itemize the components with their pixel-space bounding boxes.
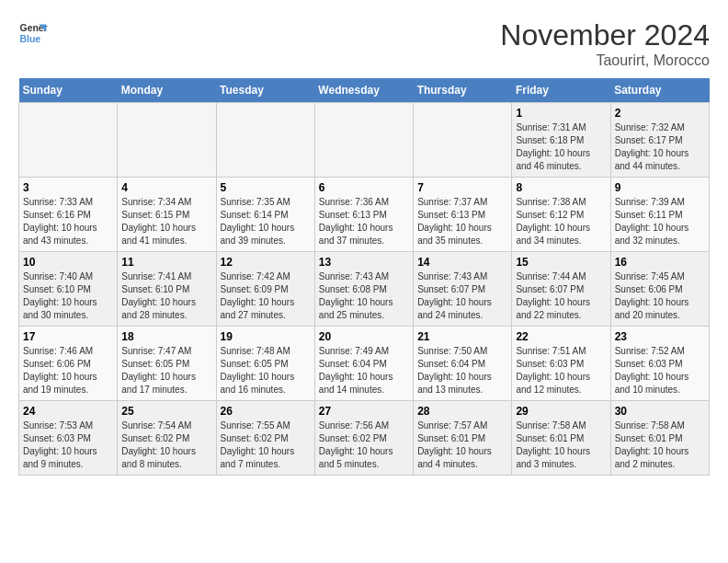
day-info: Sunrise: 7:35 AMSunset: 6:14 PMDaylight:… [221,196,311,247]
day-number: 6 [319,181,409,194]
day-number: 21 [417,330,507,343]
day-info: Sunrise: 7:34 AMSunset: 6:15 PMDaylight:… [121,196,211,247]
calendar-cell: 26Sunrise: 7:55 AMSunset: 6:02 PMDayligh… [216,401,314,476]
day-info: Sunrise: 7:52 AMSunset: 6:03 PMDaylight:… [615,345,705,396]
day-number: 25 [121,405,211,418]
calendar-cell: 6Sunrise: 7:36 AMSunset: 6:13 PMDaylight… [314,178,413,252]
calendar-cell: 2Sunrise: 7:32 AMSunset: 6:17 PMDaylight… [610,103,709,178]
weekday-header: Saturday [610,78,709,103]
calendar-cell: 29Sunrise: 7:58 AMSunset: 6:01 PMDayligh… [512,401,610,476]
calendar-cell [19,103,118,178]
weekday-header: Sunday [19,78,118,103]
day-number: 8 [516,181,606,194]
day-info: Sunrise: 7:58 AMSunset: 6:01 PMDaylight:… [615,419,705,471]
calendar-cell: 30Sunrise: 7:58 AMSunset: 6:01 PMDayligh… [610,401,709,476]
calendar-cell: 10Sunrise: 7:40 AMSunset: 6:10 PMDayligh… [19,252,118,327]
month-title: November 2024 [500,18,710,52]
calendar-cell: 4Sunrise: 7:34 AMSunset: 6:15 PMDaylight… [118,178,216,252]
day-number: 23 [615,330,705,343]
day-number: 16 [615,256,705,269]
calendar-cell: 21Sunrise: 7:50 AMSunset: 6:04 PMDayligh… [414,327,512,401]
day-number: 11 [121,256,211,269]
calendar-cell [216,103,314,178]
day-info: Sunrise: 7:47 AMSunset: 6:05 PMDaylight:… [121,345,211,396]
calendar-cell: 9Sunrise: 7:39 AMSunset: 6:11 PMDaylight… [610,178,709,252]
day-number: 28 [417,405,507,418]
day-info: Sunrise: 7:57 AMSunset: 6:01 PMDaylight:… [417,419,507,471]
calendar-week-row: 3Sunrise: 7:33 AMSunset: 6:16 PMDaylight… [19,178,710,252]
calendar-cell: 8Sunrise: 7:38 AMSunset: 6:12 PMDaylight… [512,178,610,252]
calendar-cell: 16Sunrise: 7:45 AMSunset: 6:06 PMDayligh… [610,252,709,327]
logo: General Blue [18,18,51,48]
day-number: 7 [417,181,507,194]
day-number: 1 [516,107,606,120]
day-number: 26 [221,405,311,418]
location: Taourirt, Morocco [500,52,710,69]
calendar-cell: 15Sunrise: 7:44 AMSunset: 6:07 PMDayligh… [512,252,610,327]
day-number: 18 [121,330,211,343]
calendar-cell: 20Sunrise: 7:49 AMSunset: 6:04 PMDayligh… [314,327,413,401]
day-info: Sunrise: 7:42 AMSunset: 6:09 PMDaylight:… [221,270,311,322]
calendar-week-row: 10Sunrise: 7:40 AMSunset: 6:10 PMDayligh… [19,252,710,327]
day-number: 24 [23,405,113,418]
day-info: Sunrise: 7:37 AMSunset: 6:13 PMDaylight:… [417,196,507,247]
day-info: Sunrise: 7:54 AMSunset: 6:02 PMDaylight:… [121,419,211,471]
day-info: Sunrise: 7:39 AMSunset: 6:11 PMDaylight:… [615,196,705,247]
day-info: Sunrise: 7:40 AMSunset: 6:10 PMDaylight:… [23,270,113,322]
calendar-cell: 11Sunrise: 7:41 AMSunset: 6:10 PMDayligh… [118,252,216,327]
calendar-cell: 22Sunrise: 7:51 AMSunset: 6:03 PMDayligh… [512,327,610,401]
weekday-header: Wednesday [314,78,413,103]
calendar-cell: 24Sunrise: 7:53 AMSunset: 6:03 PMDayligh… [19,401,118,476]
calendar-cell: 5Sunrise: 7:35 AMSunset: 6:14 PMDaylight… [216,178,314,252]
day-info: Sunrise: 7:50 AMSunset: 6:04 PMDaylight:… [417,345,507,396]
calendar-week-row: 1Sunrise: 7:31 AMSunset: 6:18 PMDaylight… [19,103,710,178]
day-number: 20 [319,330,409,343]
calendar-cell: 25Sunrise: 7:54 AMSunset: 6:02 PMDayligh… [118,401,216,476]
day-number: 13 [319,256,409,269]
day-number: 29 [516,405,606,418]
svg-text:Blue: Blue [20,34,41,44]
calendar-cell: 3Sunrise: 7:33 AMSunset: 6:16 PMDaylight… [19,178,118,252]
day-info: Sunrise: 7:43 AMSunset: 6:08 PMDaylight:… [319,270,409,322]
day-number: 17 [23,330,113,343]
day-info: Sunrise: 7:45 AMSunset: 6:06 PMDaylight:… [615,270,705,322]
day-number: 30 [615,405,705,418]
day-number: 4 [121,181,211,194]
day-info: Sunrise: 7:32 AMSunset: 6:17 PMDaylight:… [615,121,705,173]
weekday-header: Monday [118,78,216,103]
weekday-header-row: SundayMondayTuesdayWednesdayThursdayFrid… [19,78,710,103]
day-number: 14 [417,256,507,269]
day-info: Sunrise: 7:33 AMSunset: 6:16 PMDaylight:… [23,196,113,247]
calendar-cell: 28Sunrise: 7:57 AMSunset: 6:01 PMDayligh… [414,401,512,476]
calendar-cell: 7Sunrise: 7:37 AMSunset: 6:13 PMDaylight… [414,178,512,252]
day-number: 2 [615,107,705,120]
calendar-cell: 13Sunrise: 7:43 AMSunset: 6:08 PMDayligh… [314,252,413,327]
calendar-cell: 17Sunrise: 7:46 AMSunset: 6:06 PMDayligh… [19,327,118,401]
day-info: Sunrise: 7:49 AMSunset: 6:04 PMDaylight:… [319,345,409,396]
day-number: 15 [516,256,606,269]
page-header: General Blue November 2024 Taourirt, Mor… [18,18,710,69]
calendar-cell: 27Sunrise: 7:56 AMSunset: 6:02 PMDayligh… [314,401,413,476]
calendar-cell [314,103,413,178]
calendar-table: SundayMondayTuesdayWednesdayThursdayFrid… [18,78,710,476]
day-info: Sunrise: 7:44 AMSunset: 6:07 PMDaylight:… [516,270,606,322]
day-info: Sunrise: 7:48 AMSunset: 6:05 PMDaylight:… [221,345,311,396]
day-number: 3 [23,181,113,194]
day-info: Sunrise: 7:53 AMSunset: 6:03 PMDaylight:… [23,419,113,471]
day-number: 19 [221,330,311,343]
calendar-cell: 18Sunrise: 7:47 AMSunset: 6:05 PMDayligh… [118,327,216,401]
title-block: November 2024 Taourirt, Morocco [500,18,710,69]
day-number: 9 [615,181,705,194]
calendar-cell: 1Sunrise: 7:31 AMSunset: 6:18 PMDaylight… [512,103,610,178]
day-info: Sunrise: 7:31 AMSunset: 6:18 PMDaylight:… [516,121,606,173]
day-info: Sunrise: 7:55 AMSunset: 6:02 PMDaylight:… [221,419,311,471]
day-number: 5 [221,181,311,194]
calendar-week-row: 24Sunrise: 7:53 AMSunset: 6:03 PMDayligh… [19,401,710,476]
day-info: Sunrise: 7:38 AMSunset: 6:12 PMDaylight:… [516,196,606,247]
day-number: 12 [221,256,311,269]
calendar-cell: 23Sunrise: 7:52 AMSunset: 6:03 PMDayligh… [610,327,709,401]
day-info: Sunrise: 7:46 AMSunset: 6:06 PMDaylight:… [23,345,113,396]
day-number: 10 [23,256,113,269]
calendar-cell: 12Sunrise: 7:42 AMSunset: 6:09 PMDayligh… [216,252,314,327]
day-info: Sunrise: 7:43 AMSunset: 6:07 PMDaylight:… [417,270,507,322]
